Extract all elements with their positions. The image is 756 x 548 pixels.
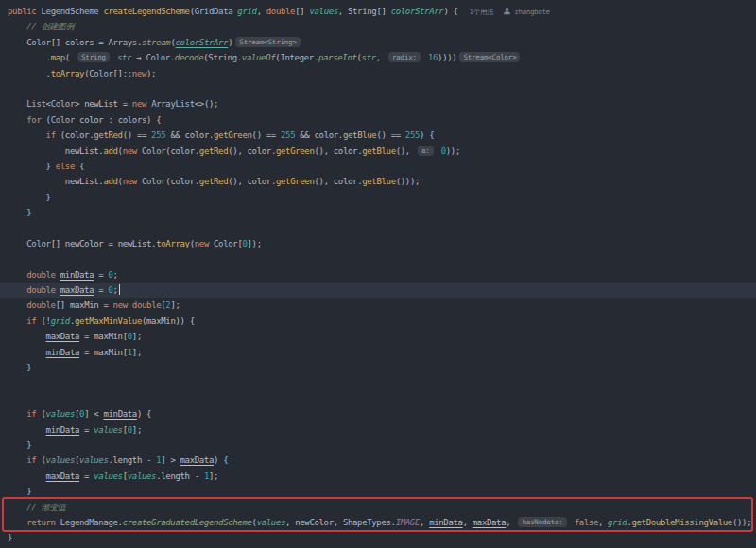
code-line[interactable]: minData = maxMin[1]; xyxy=(0,345,756,360)
token: createGraduatedLegendScheme xyxy=(123,518,252,527)
token: new xyxy=(113,300,128,310)
code-line[interactable]: double maxData = 0; xyxy=(0,283,756,298)
token: maxMin xyxy=(94,348,122,357)
token: } xyxy=(8,487,31,496)
code-line[interactable]: if (color.getRed() == 255 && color.getGr… xyxy=(0,128,756,143)
token: (), xyxy=(228,146,247,156)
token: Color xyxy=(26,38,50,47)
code-line[interactable]: // 创建图例 xyxy=(0,19,756,34)
token: values xyxy=(128,471,156,481)
token: color xyxy=(315,130,338,140)
token: new xyxy=(195,239,209,248)
token: LegendManage xyxy=(60,518,118,527)
token: } xyxy=(8,193,51,202)
token: ]; xyxy=(132,425,142,435)
token: = xyxy=(94,270,108,280)
code-line[interactable]: if (values[0] < minData) { xyxy=(0,406,756,421)
code-editor[interactable]: public LegendScheme createLegendScheme(G… xyxy=(0,0,756,548)
code-line[interactable]: if (!grid.getMaxMinValue(maxMin)) { xyxy=(0,314,756,329)
token: else xyxy=(56,162,75,171)
token: minData xyxy=(60,270,94,280)
token xyxy=(8,300,26,310)
code-line[interactable]: } else { xyxy=(0,159,756,174)
code-line[interactable]: double[] maxMin = new double[2]; xyxy=(0,298,756,313)
token: new xyxy=(123,146,137,156)
token: ]; xyxy=(209,471,218,481)
code-line[interactable] xyxy=(0,220,756,235)
token: getGreen xyxy=(214,130,252,140)
inlay-hint-chip: radix: xyxy=(388,52,421,62)
token: ()); xyxy=(732,518,751,527)
token: , xyxy=(463,518,472,527)
author-inlay[interactable]: zhangbote xyxy=(503,8,550,16)
code-line[interactable]: } xyxy=(0,205,756,220)
token: , xyxy=(285,518,295,527)
token: Color xyxy=(146,53,169,62)
code-line[interactable] xyxy=(0,391,756,406)
token xyxy=(8,177,65,186)
token: ] < xyxy=(84,409,103,419)
code-line[interactable]: minData = values[0]; xyxy=(0,422,756,437)
token xyxy=(8,38,26,47)
code-line[interactable]: if (values[values.length - 1] > maxData)… xyxy=(0,453,756,468)
token: double xyxy=(26,270,55,280)
code-line[interactable]: Color[] colors = Arrays.stream(colorStrA… xyxy=(0,35,756,50)
code-line[interactable]: } xyxy=(0,530,756,545)
token: ) { xyxy=(146,115,161,125)
token: values xyxy=(46,409,75,419)
code-line[interactable]: maxData = values[values.length - 1]; xyxy=(0,469,756,484)
token: maxData xyxy=(60,285,94,295)
code-line[interactable]: .map( String str → Color.decode(String.v… xyxy=(0,50,756,65)
code-line[interactable] xyxy=(0,251,756,266)
token: valueOf xyxy=(242,53,275,62)
code-line[interactable]: } xyxy=(0,437,756,453)
code-line[interactable]: .toArray(Color[]::new); xyxy=(0,66,756,81)
token: Color xyxy=(142,177,165,186)
token: Color xyxy=(142,146,165,156)
token: GridData xyxy=(195,7,233,16)
token: ( xyxy=(36,409,45,419)
token: color xyxy=(185,130,209,140)
token: maxMin xyxy=(94,332,122,341)
token: false xyxy=(575,518,598,527)
token: ShapeTypes xyxy=(343,518,391,527)
token: } xyxy=(8,162,56,171)
code-line[interactable]: maxData = maxMin[0]; xyxy=(0,329,756,344)
usages-inlay[interactable]: 1个用法 xyxy=(470,8,494,16)
token: new xyxy=(132,69,146,78)
token: newList xyxy=(65,146,98,156)
token: String xyxy=(208,53,236,62)
token: , xyxy=(338,7,348,16)
token: colorStrArr xyxy=(175,38,228,47)
token: getBlue xyxy=(343,130,376,140)
token: // 创建图例 xyxy=(26,22,74,31)
code-line[interactable]: newList.add(new Color(color.getRed(), co… xyxy=(0,144,756,159)
code-line[interactable]: List<Color> newList = new ArrayList<>(); xyxy=(0,96,756,111)
token: ( xyxy=(42,115,51,125)
code-line[interactable]: double minData = 0; xyxy=(0,267,756,283)
token: () == xyxy=(252,130,281,140)
token: newColor xyxy=(65,239,104,248)
code-line[interactable]: } xyxy=(0,484,756,499)
token xyxy=(8,455,26,465)
token: Integer xyxy=(280,53,313,62)
code-line[interactable]: for (Color color : colors) { xyxy=(0,112,756,128)
token: ]; xyxy=(132,332,142,341)
token xyxy=(8,409,26,419)
token: Arrays xyxy=(108,38,136,47)
code-line[interactable]: newList.add(new Color(color.getRed(), co… xyxy=(0,174,756,189)
inlay-hint-chip: Stream<String> xyxy=(235,37,300,47)
token xyxy=(8,115,26,125)
code-line[interactable]: } xyxy=(0,360,756,375)
token: getRed xyxy=(199,146,228,156)
code-line[interactable] xyxy=(0,375,756,390)
code-line[interactable]: // 渐变值 xyxy=(0,500,756,515)
code-line[interactable]: return LegendManage.createGraduatedLegen… xyxy=(0,515,756,530)
token: Color xyxy=(214,239,237,248)
code-line[interactable]: } xyxy=(0,190,756,205)
code-line[interactable] xyxy=(0,81,756,96)
code-line[interactable]: public LegendScheme createLegendScheme(G… xyxy=(0,4,756,19)
token: if xyxy=(26,317,36,326)
token: () == xyxy=(376,130,404,140)
code-line[interactable]: Color[] newColor = newList.toArray(new C… xyxy=(0,236,756,251)
